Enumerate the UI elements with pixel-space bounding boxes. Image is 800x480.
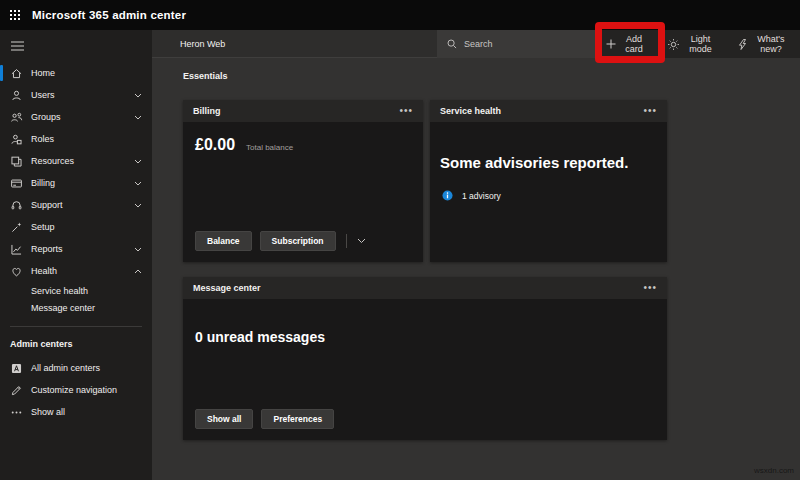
sidebar-item-label: Reports <box>31 244 63 254</box>
search-input[interactable]: Search <box>437 30 595 58</box>
roles-icon <box>10 133 23 146</box>
sidebar-item-message-center[interactable]: Message center <box>0 299 152 316</box>
message-center-card-header: Message center ••• <box>183 277 667 299</box>
billing-card: Billing ••• £0.00 Total balance Balance … <box>183 100 423 262</box>
billing-card-header: Billing ••• <box>183 100 423 122</box>
sidebar-item-setup[interactable]: Setup <box>0 216 152 238</box>
footer-divider <box>346 234 347 248</box>
billing-card-body: £0.00 Total balance Balance Subscription <box>183 122 423 262</box>
service-health-card: Service health ••• Some advisories repor… <box>430 100 667 262</box>
balance-amount: £0.00 <box>195 136 235 154</box>
sidebar-item-groups[interactable]: Groups <box>0 106 152 128</box>
more-icon[interactable]: ••• <box>643 283 657 293</box>
sidebar-nav: Home Users Groups Roles Resources <box>0 62 152 316</box>
sidebar-item-label: Home <box>31 68 55 78</box>
plus-icon <box>606 39 616 49</box>
sidebar-item-label: Groups <box>31 112 61 122</box>
lightning-icon <box>738 39 747 50</box>
sidebar-item-home[interactable]: Home <box>0 62 152 84</box>
balance-button[interactable]: Balance <box>195 231 252 251</box>
users-icon <box>10 89 23 102</box>
health-icon <box>10 265 23 278</box>
app-window: Microsoft 365 admin center Home Users Gr… <box>0 0 800 480</box>
sidebar-item-label: Users <box>31 90 55 100</box>
add-card-button[interactable]: Add card <box>595 30 657 58</box>
toolbar-actions: Add card Light mode What's new? <box>595 30 800 58</box>
sidebar-item-show-all[interactable]: Show all <box>0 401 152 423</box>
sidebar-item-label: Support <box>31 200 63 210</box>
sidebar-item-customize-navigation[interactable]: Customize navigation <box>0 379 152 401</box>
sun-icon <box>668 39 679 50</box>
chevron-down-icon <box>134 159 142 164</box>
app-launcher-button[interactable] <box>0 0 30 30</box>
groups-icon <box>10 111 23 124</box>
sidebar-item-label: Setup <box>31 222 55 232</box>
service-health-card-header: Service health ••• <box>430 100 667 122</box>
balance-amount-row: £0.00 Total balance <box>195 136 293 154</box>
active-indicator <box>0 65 3 81</box>
show-all-button[interactable]: Show all <box>195 409 253 429</box>
watermark: wsxdn.com <box>754 466 794 475</box>
whats-new-label: What's new? <box>753 34 789 54</box>
sidebar-item-users[interactable]: Users <box>0 84 152 106</box>
sidebar-item-label: Show all <box>31 407 65 417</box>
sidebar-item-label: Service health <box>31 286 88 296</box>
more-icon[interactable]: ••• <box>643 106 657 116</box>
sidebar-item-label: Health <box>31 266 57 276</box>
sidebar-item-resources[interactable]: Resources <box>0 150 152 172</box>
sidebar-item-label: Message center <box>31 303 95 313</box>
chevron-down-icon <box>134 181 142 186</box>
sidebar-item-roles[interactable]: Roles <box>0 128 152 150</box>
balance-caption: Total balance <box>246 143 293 152</box>
billing-card-footer: Balance Subscription <box>195 231 370 251</box>
sidebar-item-support[interactable]: Support <box>0 194 152 216</box>
search-icon <box>447 39 457 49</box>
preferences-button[interactable]: Preferences <box>261 409 334 429</box>
pencil-icon <box>10 384 23 397</box>
sidebar-item-label: Roles <box>31 134 54 144</box>
sidebar: Home Users Groups Roles Resources <box>0 30 152 480</box>
info-icon <box>442 190 453 201</box>
light-mode-button[interactable]: Light mode <box>657 30 727 58</box>
essentials-heading: Essentials <box>183 71 228 81</box>
service-health-card-body: Some advisories reported. 1 advisory <box>430 122 667 262</box>
admin-centers-heading: Admin centers <box>0 327 152 357</box>
advisory-row[interactable]: 1 advisory <box>442 190 501 201</box>
sidebar-item-label: Customize navigation <box>31 385 117 395</box>
reports-icon <box>10 243 23 256</box>
more-actions-chevron-icon[interactable] <box>353 236 370 246</box>
service-health-headline: Some advisories reported. <box>440 154 628 171</box>
admin-centers-icon <box>10 362 23 375</box>
waffle-icon <box>10 10 20 20</box>
collapse-nav-button[interactable] <box>2 34 32 58</box>
card-title: Billing <box>193 106 221 116</box>
hamburger-icon <box>11 41 24 51</box>
sidebar-item-billing[interactable]: Billing <box>0 172 152 194</box>
whats-new-button[interactable]: What's new? <box>727 30 800 58</box>
sidebar-item-service-health[interactable]: Service health <box>0 282 152 299</box>
top-bar: Microsoft 365 admin center <box>0 0 800 30</box>
unread-messages-headline: 0 unread messages <box>195 329 325 345</box>
more-icon[interactable]: ••• <box>399 106 413 116</box>
light-mode-label: Light mode <box>685 34 716 54</box>
chevron-down-icon <box>134 93 142 98</box>
add-card-label: Add card <box>622 34 646 54</box>
sidebar-item-all-admin-centers[interactable]: All admin centers <box>0 357 152 379</box>
sidebar-item-reports[interactable]: Reports <box>0 238 152 260</box>
chevron-down-icon <box>134 203 142 208</box>
resources-icon <box>10 155 23 168</box>
sidebar-item-health[interactable]: Health <box>0 260 152 282</box>
tenant-name: Heron Web <box>180 30 225 58</box>
chevron-down-icon <box>134 247 142 252</box>
message-center-footer: Show all Preferences <box>195 409 342 429</box>
chevron-up-icon <box>134 269 142 274</box>
advisory-count: 1 advisory <box>462 191 501 201</box>
search-placeholder: Search <box>464 39 493 49</box>
sidebar-item-label: Resources <box>31 156 74 166</box>
subscription-button[interactable]: Subscription <box>260 231 336 251</box>
sidebar-item-label: Billing <box>31 178 55 188</box>
setup-icon <box>10 221 23 234</box>
chevron-down-icon <box>134 115 142 120</box>
dashboard-toolbar: Heron Web Search Add card <box>152 30 800 58</box>
support-icon <box>10 199 23 212</box>
